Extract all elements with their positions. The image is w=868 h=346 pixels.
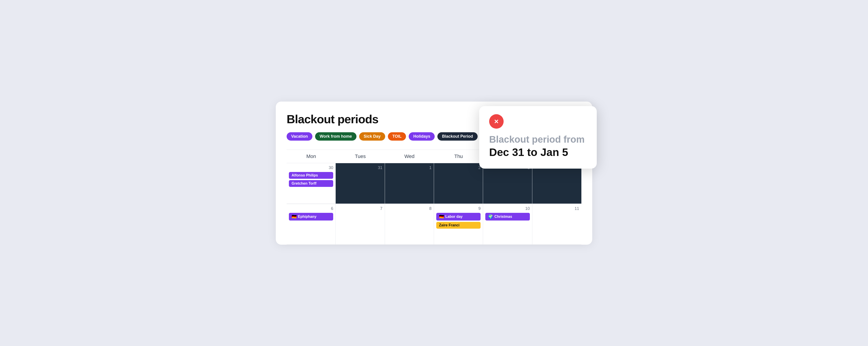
event-alfonso[interactable]: Alfonso Philips bbox=[289, 172, 333, 179]
outer-container: Blackout periods Vacation Work from home… bbox=[276, 102, 592, 245]
event-christmas[interactable]: 🌍 Christmas bbox=[485, 213, 530, 220]
date-11: 11 bbox=[535, 206, 579, 211]
legend-blackout[interactable]: Blackout Period bbox=[437, 132, 477, 141]
legend-sickday[interactable]: Sick Day bbox=[359, 132, 385, 141]
day-header-thu: Thu bbox=[434, 150, 483, 163]
legend-holidays[interactable]: Holidays bbox=[409, 132, 435, 141]
flag-laborday: 🇩🇪 bbox=[439, 214, 444, 219]
date-2: 2 bbox=[436, 166, 480, 170]
day-header-wed: Wed bbox=[385, 150, 434, 163]
flag-christmas: 🌍 bbox=[488, 214, 493, 219]
event-laborday[interactable]: 🇩🇪 Labor day bbox=[436, 213, 480, 220]
cell-3: 3 bbox=[483, 163, 532, 204]
day-header-mon: Mon bbox=[287, 150, 336, 163]
cell-extra1 bbox=[532, 163, 581, 204]
cell-2: 2 bbox=[434, 163, 483, 204]
popup-close-button[interactable] bbox=[489, 114, 504, 129]
event-zairefranci-start[interactable]: Zaire Franci bbox=[436, 222, 480, 229]
date-1: 1 bbox=[387, 166, 432, 170]
cell-8: 8 bbox=[385, 204, 434, 245]
cell-11: 11 bbox=[532, 204, 581, 245]
popup-card: Blackout period from Dec 31 to Jan 5 bbox=[479, 106, 597, 169]
date-8: 8 bbox=[387, 206, 432, 211]
date-30: 30 bbox=[289, 166, 333, 170]
date-10: 10 bbox=[485, 206, 530, 211]
event-gretchen[interactable]: Gretchen Torff bbox=[289, 180, 333, 187]
event-ephiphany[interactable]: 🇩🇪 Ephiphany bbox=[289, 213, 333, 220]
cell-9: 9 🇩🇪 Labor day Zaire Franci bbox=[434, 204, 483, 245]
date-6: 6 bbox=[289, 206, 333, 211]
legend-wfh[interactable]: Work from home bbox=[315, 132, 356, 141]
cell-30: 30 Alfonso Philips Gretchen Torff bbox=[287, 163, 336, 204]
week2-grid: 6 🇩🇪 Ephiphany 7 8 9 🇩🇪 Labor day bbox=[287, 204, 581, 245]
date-9: 9 bbox=[436, 206, 480, 211]
close-icon bbox=[493, 118, 500, 125]
legend-vacation[interactable]: Vacation bbox=[287, 132, 312, 141]
date-7: 7 bbox=[338, 206, 382, 211]
date-31: 31 bbox=[338, 166, 382, 170]
popup-title-bold: Dec 31 to Jan 5 bbox=[489, 146, 587, 159]
cell-10: 10 🌍 Christmas cont bbox=[483, 204, 532, 245]
legend-toil[interactable]: TOIL bbox=[388, 132, 406, 141]
day-header-tues: Tues bbox=[336, 150, 385, 163]
cell-1: 1 bbox=[385, 163, 434, 204]
popup-title-light: Blackout period from bbox=[489, 134, 587, 145]
cell-6: 6 🇩🇪 Ephiphany bbox=[287, 204, 336, 245]
cell-7: 7 bbox=[336, 204, 385, 245]
week1-grid: 30 Alfonso Philips Gretchen Torff 31 1 2… bbox=[287, 163, 581, 204]
flag-ephiphany: 🇩🇪 bbox=[291, 214, 297, 219]
cell-31: 31 bbox=[336, 163, 385, 204]
